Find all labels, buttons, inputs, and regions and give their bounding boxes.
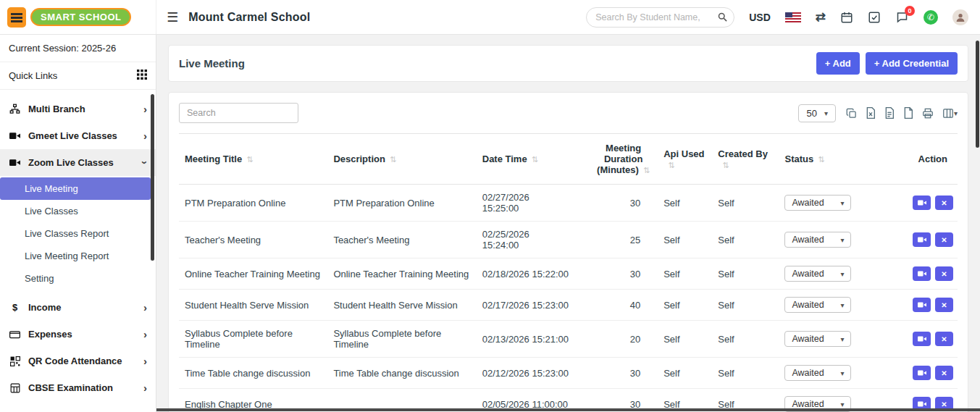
cell-date-time: 02/17/2026 15:23:00 xyxy=(477,290,589,321)
column-header[interactable]: Meeting Duration (Minutes) xyxy=(589,134,658,185)
page-vertical-scrollbar[interactable] xyxy=(976,41,979,148)
student-search-input[interactable] xyxy=(586,7,734,28)
start-meeting-button[interactable] xyxy=(913,298,931,312)
sidebar-item-setting[interactable]: Setting xyxy=(0,267,156,290)
status-select[interactable]: Awaited▾ xyxy=(784,195,851,211)
print-icon[interactable] xyxy=(922,108,934,119)
status-value: Awaited xyxy=(792,235,824,245)
chevron-right-icon: › xyxy=(143,329,147,340)
sidebar-item-label: Zoom Live Classes xyxy=(28,157,114,168)
status-select[interactable]: Awaited▾ xyxy=(784,297,851,313)
export-excel-icon[interactable] xyxy=(866,107,876,119)
sidebar-item-income[interactable]: $ Income › xyxy=(0,294,156,321)
app-logo[interactable]: SMART SCHOOL xyxy=(0,0,156,34)
table-row: Time Table change discussionTime Table c… xyxy=(179,358,958,389)
quick-links[interactable]: Quick Links xyxy=(0,62,156,90)
sort-icon[interactable] xyxy=(527,154,538,164)
cell-created-by: Self xyxy=(712,321,779,358)
start-meeting-button[interactable] xyxy=(913,332,931,346)
column-visibility-icon[interactable]: ▾ xyxy=(942,108,958,119)
switch-role-icon[interactable]: ⇄ xyxy=(816,9,826,25)
whatsapp-icon[interactable]: ✆ xyxy=(924,10,938,25)
table-toolbar: 50 ▾ ▾ xyxy=(179,103,958,123)
column-header[interactable]: Action xyxy=(871,134,958,185)
chevron-right-icon: › xyxy=(143,356,147,366)
table-horizontal-scrollbar[interactable] xyxy=(156,408,980,411)
close-meeting-button[interactable]: ✕ xyxy=(935,332,953,346)
status-select[interactable]: Awaited▾ xyxy=(784,266,851,282)
column-header[interactable]: Status xyxy=(779,134,870,185)
chevron-right-icon: › xyxy=(143,130,147,141)
cell-date-time: 02/12/2026 15:23:00 xyxy=(477,358,589,389)
cell-status: Awaited▾ xyxy=(779,358,870,389)
add-button[interactable]: + Add xyxy=(816,52,860,75)
language-flag-icon[interactable] xyxy=(785,12,801,22)
cell-api-used: Self xyxy=(658,185,712,222)
sidebar-item-zoom-live-classes[interactable]: Zoom Live Classes › xyxy=(0,149,156,176)
page-header-card: Live Meeting + Add + Add Credential xyxy=(168,45,968,82)
start-meeting-button[interactable] xyxy=(913,366,931,380)
column-label: Meeting Duration (Minutes) xyxy=(597,143,642,175)
calendar-icon[interactable] xyxy=(840,11,853,24)
status-select[interactable]: Awaited▾ xyxy=(784,331,851,347)
user-avatar[interactable] xyxy=(952,9,968,25)
sidebar-item-multi-branch[interactable]: Multi Branch › xyxy=(0,96,156,122)
column-label: Status xyxy=(784,154,813,164)
sort-icon[interactable] xyxy=(242,154,253,164)
sidebar-item-qr-code-attendance[interactable]: QR Code Attendance › xyxy=(0,348,156,374)
sort-icon[interactable] xyxy=(813,154,824,164)
table-search-input[interactable] xyxy=(179,103,298,123)
sort-icon[interactable] xyxy=(385,154,396,164)
page-size-value: 50 xyxy=(806,108,816,119)
close-meeting-button[interactable]: ✕ xyxy=(935,196,953,210)
column-header[interactable]: Created By xyxy=(712,134,779,185)
menu-toggle-icon[interactable]: ☰ xyxy=(167,9,178,25)
column-header[interactable]: Date Time xyxy=(477,134,589,185)
sidebar-item-cbse-examination[interactable]: CBSE Examination › xyxy=(0,374,156,401)
column-label: Api Used xyxy=(663,148,704,159)
status-value: Awaited xyxy=(792,334,824,344)
todo-list-icon[interactable] xyxy=(868,11,881,24)
currency-selector[interactable]: USD xyxy=(749,12,771,23)
close-meeting-button[interactable]: ✕ xyxy=(935,298,953,312)
export-pdf-icon[interactable] xyxy=(903,107,913,119)
close-meeting-button[interactable]: ✕ xyxy=(935,366,953,380)
chevron-down-icon: ▾ xyxy=(840,369,844,377)
school-logo-icon xyxy=(7,7,26,28)
sidebar-item-gmeet-live-classes[interactable]: Gmeet Live Classes › xyxy=(0,122,156,149)
add-credential-button[interactable]: + Add Credential xyxy=(866,52,958,75)
sort-icon[interactable] xyxy=(639,164,650,175)
sort-icon[interactable] xyxy=(718,159,729,170)
status-select[interactable]: Awaited▾ xyxy=(784,365,851,381)
column-header[interactable]: Description xyxy=(327,134,476,185)
cell-date-time: 02/18/2026 15:22:00 xyxy=(477,258,589,290)
column-header[interactable]: Meeting Title xyxy=(179,134,327,185)
cell-description: PTM Preparation Online xyxy=(327,185,476,222)
table-row: Student Health Serve MissionStudent Heal… xyxy=(179,290,958,321)
sort-icon[interactable] xyxy=(663,159,674,170)
status-select[interactable]: Awaited▾ xyxy=(784,232,851,248)
sidebar-item-live-classes[interactable]: Live Classes xyxy=(0,200,156,222)
top-bar: SMART SCHOOL ☰ Mount Carmel School USD ⇄… xyxy=(0,0,980,35)
column-header[interactable]: Api Used xyxy=(658,134,712,185)
chat-icon[interactable]: 0 xyxy=(895,11,909,24)
cell-status: Awaited▾ xyxy=(779,185,870,222)
export-csv-icon[interactable] xyxy=(884,107,895,119)
sidebar-item-expenses[interactable]: Expenses › xyxy=(0,321,156,348)
close-meeting-button[interactable]: ✕ xyxy=(935,232,953,247)
sidebar-scrollbar[interactable] xyxy=(151,94,154,261)
cell-date-time: 02/25/2026 15:24:00 xyxy=(477,222,589,258)
sidebar-item-live-meeting[interactable]: Live Meeting xyxy=(0,177,151,200)
start-meeting-button[interactable] xyxy=(913,196,931,210)
page-size-select[interactable]: 50 ▾ xyxy=(798,104,836,122)
start-meeting-button[interactable] xyxy=(913,266,931,281)
sitemap-icon xyxy=(9,104,21,114)
cell-meeting-title: Teacher's Meeting xyxy=(179,222,327,258)
copy-icon[interactable] xyxy=(846,108,857,119)
search-icon[interactable] xyxy=(717,12,728,25)
sidebar-item-live-meeting-report[interactable]: Live Meeting Report xyxy=(0,245,156,267)
start-meeting-button[interactable] xyxy=(913,232,931,247)
student-search xyxy=(586,7,734,28)
sidebar-item-live-classes-report[interactable]: Live Classes Report xyxy=(0,222,156,245)
close-meeting-button[interactable]: ✕ xyxy=(935,266,953,281)
